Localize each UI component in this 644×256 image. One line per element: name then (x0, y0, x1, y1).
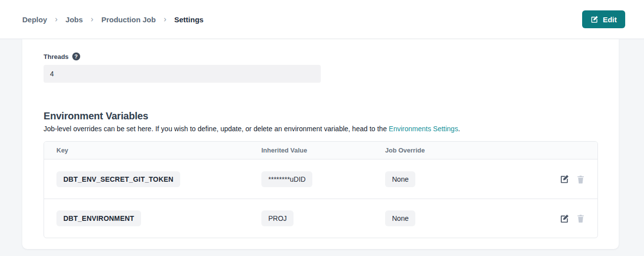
trash-icon (576, 217, 585, 224)
env-vars-description-period: . (458, 125, 460, 133)
top-bar: Deploy › Jobs › Production Job › Setting… (0, 0, 644, 39)
edit-row-button[interactable] (560, 214, 569, 223)
breadcrumb-item-production-job[interactable]: Production Job (101, 15, 156, 24)
environments-settings-link[interactable]: Environments Settings (389, 125, 458, 133)
trash-icon (576, 178, 585, 185)
threads-input[interactable] (44, 65, 321, 83)
settings-card: Threads ? Environment Variables Job-leve… (22, 39, 619, 249)
edit-pencil-icon (560, 217, 569, 225)
column-header-key: Key (44, 147, 261, 154)
column-header-inherited-value: Inherited Value (261, 147, 385, 154)
table-row: DBT_ENV_SECRET_GIT_TOKEN ********uDID No… (44, 159, 597, 199)
env-var-job-override-badge: None (385, 210, 415, 226)
table-row: DBT_ENVIRONMENT PROJ None (44, 199, 597, 238)
help-icon[interactable]: ? (72, 52, 80, 60)
breadcrumb: Deploy › Jobs › Production Job › Setting… (22, 15, 203, 24)
edit-pencil-icon (591, 15, 598, 23)
chevron-right-icon: › (164, 15, 166, 24)
env-var-inherited-value-badge: PROJ (261, 210, 294, 226)
edit-pencil-icon (560, 178, 569, 185)
edit-row-button[interactable] (560, 174, 569, 184)
breadcrumb-item-settings: Settings (174, 15, 203, 24)
delete-row-button[interactable] (576, 214, 585, 223)
breadcrumb-item-jobs[interactable]: Jobs (65, 15, 83, 24)
env-vars-title: Environment Variables (44, 110, 619, 122)
env-vars-description: Job-level overrides can be set here. If … (44, 125, 619, 133)
env-vars-description-text: Job-level overrides can be set here. If … (44, 125, 389, 133)
env-var-key-badge: DBT_ENV_SECRET_GIT_TOKEN (56, 171, 180, 187)
edit-button[interactable]: Edit (582, 10, 625, 28)
env-var-inherited-value-badge: ********uDID (261, 171, 312, 187)
threads-label: Threads (44, 53, 69, 60)
chevron-right-icon: › (55, 15, 57, 24)
env-var-key-badge: DBT_ENVIRONMENT (56, 210, 141, 226)
chevron-right-icon: › (91, 15, 93, 24)
column-header-job-override: Job Override (385, 147, 511, 154)
env-var-job-override-badge: None (385, 171, 415, 187)
table-header-row: Key Inherited Value Job Override (44, 142, 597, 159)
delete-row-button[interactable] (576, 175, 585, 184)
breadcrumb-item-deploy[interactable]: Deploy (22, 15, 47, 24)
env-vars-table: Key Inherited Value Job Override DBT_ENV… (44, 141, 598, 238)
edit-button-label: Edit (603, 15, 617, 24)
